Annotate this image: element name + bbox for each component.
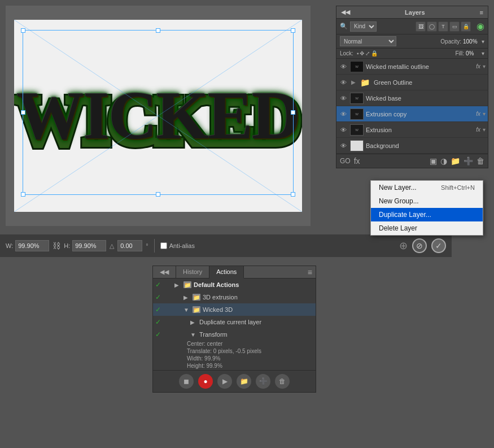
- eye-icon-background[interactable]: 👁: [339, 141, 348, 150]
- stop-button[interactable]: ◼: [179, 374, 194, 389]
- anti-alias-field[interactable]: Anti-alias: [160, 242, 195, 249]
- search-icon: 🔍: [340, 23, 348, 30]
- handle-top-center[interactable]: [156, 28, 160, 33]
- transform-detail-center: Center: center: [153, 341, 316, 348]
- expand-arrow-green-outline[interactable]: ▶: [351, 79, 356, 85]
- layer-mask-icon[interactable]: ▣: [430, 156, 437, 166]
- fill-value[interactable]: 0%: [466, 50, 480, 56]
- layer-row-background[interactable]: 👁 Background: [336, 138, 488, 154]
- tab-history[interactable]: History: [176, 266, 209, 278]
- filter-toggle[interactable]: ◉: [476, 21, 484, 32]
- new-layer-icon[interactable]: ➕: [464, 156, 473, 166]
- fx-arrow-extrusion: ▾: [483, 127, 486, 133]
- cancel-button[interactable]: ⊘: [412, 238, 427, 253]
- filter-text-icon[interactable]: T: [438, 21, 448, 32]
- lock-pixels-icon[interactable]: ▪: [357, 50, 359, 56]
- thumb-green-outline: 📁: [358, 77, 371, 88]
- angle-input[interactable]: [117, 240, 142, 251]
- layers-search-bar: 🔍 Kind 🖼 ◯ T ▭ 🔒 ◉: [336, 19, 488, 34]
- transform-details: Center: center Translate: 0 pixels, -0.5…: [153, 341, 316, 370]
- expand-transform[interactable]: ▼: [190, 332, 197, 338]
- folder-icon-wicked-3d: 📁: [193, 306, 200, 313]
- filter-shape-icon[interactable]: ▭: [449, 21, 460, 32]
- lock-position-icon[interactable]: ✥: [360, 50, 364, 56]
- angle-icon: △: [110, 242, 114, 250]
- layers-menu-icon[interactable]: ≡: [480, 9, 483, 16]
- link-layers-icon[interactable]: GO: [340, 157, 351, 165]
- filter-lock-icon[interactable]: 🔒: [461, 21, 471, 32]
- layer-row-extrusion-copy[interactable]: 👁 W Extrusion copy fx ▾: [336, 106, 488, 122]
- context-menu-duplicate-layer-label: Duplicate Layer...: [379, 211, 431, 219]
- handle-bottom-left[interactable]: [21, 192, 25, 197]
- eye-icon-green-outline[interactable]: 👁: [339, 78, 348, 87]
- lock-all-icon[interactable]: 🔒: [371, 50, 378, 56]
- context-menu-new-group[interactable]: New Group...: [371, 194, 483, 208]
- lock-label: Lock:: [340, 50, 353, 56]
- action-row-transform[interactable]: ✓ ▼ Transform: [153, 328, 316, 341]
- eye-icon-wicked-base[interactable]: 👁: [339, 94, 348, 103]
- filter-circle-icon[interactable]: ◯: [427, 21, 437, 32]
- context-menu-delete-layer[interactable]: Delete Layer: [371, 221, 483, 235]
- handle-bottom-center[interactable]: [156, 192, 160, 197]
- layer-row-wicked-base[interactable]: 👁 W Wicked base: [336, 90, 488, 106]
- layers-mode-opacity-row: Normal Opacity: 100% ▾: [336, 34, 488, 49]
- adjustment-layer-icon[interactable]: ◑: [440, 156, 447, 166]
- layer-name-green-outline: Green Outline: [374, 79, 486, 86]
- canvas-area: WICKED: [6, 6, 311, 226]
- layers-bottom-bar: GO fx ▣ ◑ 📁 ➕ 🗑: [336, 154, 488, 168]
- delete-action-button[interactable]: 🗑: [275, 374, 290, 389]
- action-row-3d-extrusion[interactable]: ✓ ▶ 📁 3D extrusion: [153, 291, 316, 303]
- lock-move-icon[interactable]: ⤢: [365, 50, 370, 56]
- layers-kind-select[interactable]: Kind: [350, 21, 377, 32]
- thumb-background: [350, 140, 364, 151]
- action-row-wicked-3d[interactable]: ✓ ▼ 📁 Wicked 3D: [153, 303, 316, 316]
- expand-default-actions[interactable]: ▶: [174, 282, 181, 288]
- layer-row-wicked-metallic[interactable]: 👁 W Wicked metallic outline fx ▾: [336, 59, 488, 75]
- delete-layer-icon[interactable]: 🗑: [476, 156, 484, 166]
- width-input[interactable]: [15, 240, 49, 251]
- tab-collapse-arrows[interactable]: ◀◀: [153, 266, 176, 278]
- filter-image-icon[interactable]: 🖼: [416, 21, 426, 32]
- actions-menu-icon[interactable]: ≡: [308, 266, 316, 278]
- blend-mode-select[interactable]: Normal: [340, 36, 396, 46]
- layers-panel-title-bar: ◀◀ Layers ≡: [336, 6, 488, 19]
- handle-top-left[interactable]: [21, 28, 25, 33]
- new-action-button[interactable]: ➕: [256, 374, 270, 389]
- expand-wicked-3d[interactable]: ▼: [183, 307, 190, 313]
- opacity-arrow[interactable]: ▾: [482, 38, 484, 45]
- opacity-value[interactable]: 100%: [463, 38, 480, 45]
- context-menu-delete-layer-label: Delete Layer: [379, 224, 417, 232]
- expand-duplicate-current[interactable]: ▶: [190, 319, 197, 325]
- record-button[interactable]: ●: [198, 374, 213, 389]
- fx-badge-extrusion: fx: [476, 127, 480, 133]
- play-button[interactable]: ▶: [217, 374, 232, 389]
- new-folder-button[interactable]: 📁: [237, 374, 251, 389]
- context-menu-new-layer[interactable]: New Layer... Shift+Ctrl+N: [371, 181, 483, 194]
- handle-bottom-right[interactable]: [291, 192, 295, 197]
- actions-tab-bar: ◀◀ History Actions ≡: [153, 266, 316, 279]
- height-input[interactable]: [72, 240, 106, 251]
- fill-arrow[interactable]: ▾: [482, 50, 484, 56]
- confirm-button[interactable]: ✓: [431, 238, 446, 253]
- eye-icon-extrusion-copy[interactable]: 👁: [339, 110, 348, 119]
- context-menu-new-layer-shortcut: Shift+Ctrl+N: [441, 184, 475, 191]
- layers-collapse-arrows[interactable]: ◀◀: [341, 8, 350, 16]
- transform-detail-width: Width: 99.9%: [153, 355, 316, 363]
- layers-panel: ◀◀ Layers ≡ 🔍 Kind 🖼 ◯ T ▭ 🔒 ◉ Normal Op…: [336, 6, 488, 168]
- actions-bottom-bar: ◼ ● ▶ 📁 ➕ 🗑: [153, 370, 316, 392]
- layer-style-icon[interactable]: fx: [354, 156, 360, 166]
- expand-3d-extrusion[interactable]: ▶: [183, 294, 190, 301]
- action-row-duplicate-current[interactable]: ✓ ▶ Duplicate current layer: [153, 316, 316, 328]
- layer-row-extrusion[interactable]: 👁 W Extrusion fx ▾: [336, 122, 488, 138]
- eye-icon-extrusion[interactable]: 👁: [339, 125, 348, 134]
- warp-icon[interactable]: ⊕: [399, 240, 408, 252]
- new-group-icon[interactable]: 📁: [451, 156, 460, 166]
- context-menu-duplicate-layer[interactable]: Duplicate Layer...: [371, 208, 483, 221]
- layer-row-green-outline[interactable]: 👁 ▶ 📁 Green Outline: [336, 75, 488, 90]
- fill-group: Fill: 0% ▾: [455, 50, 484, 56]
- action-row-default-actions[interactable]: ✓ ▶ 📁 Default Actions: [153, 279, 316, 291]
- eye-icon-wicked-metallic[interactable]: 👁: [339, 62, 348, 71]
- anti-alias-checkbox[interactable]: [160, 242, 167, 249]
- handle-top-right[interactable]: [291, 28, 295, 33]
- tab-actions[interactable]: Actions: [209, 266, 244, 279]
